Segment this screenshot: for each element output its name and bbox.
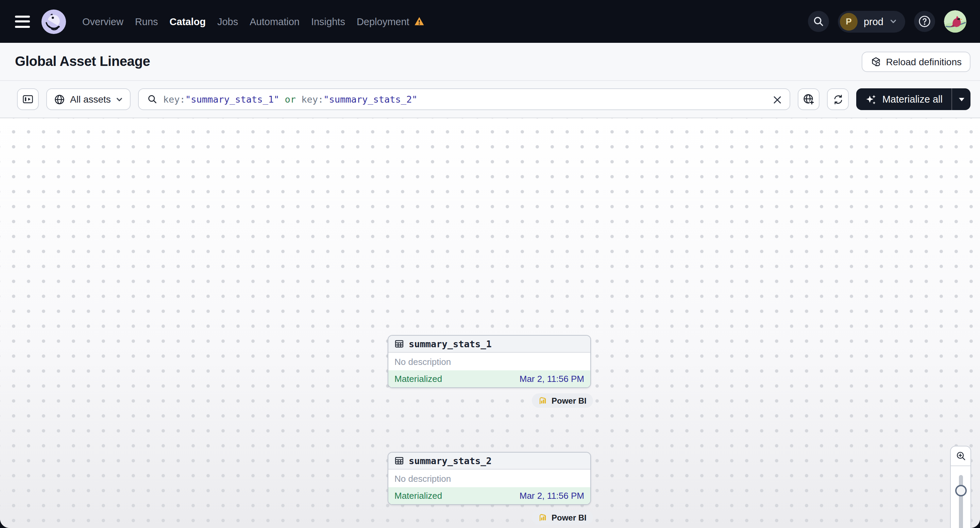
- reload-definitions-button[interactable]: Reload definitions: [861, 51, 970, 72]
- zoom-controls: [950, 446, 971, 528]
- refresh-graph-button[interactable]: [827, 88, 849, 110]
- deployment-switcher[interactable]: P prod: [838, 11, 905, 32]
- materialize-all-split-button: Materialize all: [857, 88, 970, 110]
- refresh-icon: [832, 94, 844, 105]
- nav-item-jobs[interactable]: Jobs: [217, 16, 238, 27]
- nav-item-deployment[interactable]: Deployment: [357, 16, 424, 27]
- materialize-all-label: Materialize all: [882, 94, 943, 105]
- clear-search-button[interactable]: [772, 94, 784, 106]
- asset-filter-label: All assets: [70, 94, 111, 105]
- search-token: key:: [301, 94, 323, 105]
- open-left-panel-button[interactable]: [17, 88, 39, 110]
- asset-name: summary_stats_2: [409, 455, 492, 466]
- lineage-canvas[interactable]: summary_stats_1 No description Materiali…: [0, 117, 980, 528]
- powerbi-icon: [539, 513, 547, 522]
- zoom-slider-track[interactable]: [959, 475, 963, 528]
- asset-description: No description: [388, 353, 590, 370]
- menu-icon[interactable]: [15, 15, 30, 27]
- search-token: key:: [163, 94, 185, 105]
- sparkles-icon: [865, 94, 877, 105]
- zoom-in-icon: [955, 450, 966, 461]
- asset-status-row: Materialized Mar 2, 11:56 PM: [388, 487, 590, 504]
- asset-node-header: summary_stats_2: [388, 453, 590, 469]
- chevron-down-icon: [116, 95, 123, 103]
- deployment-initial-badge: P: [840, 13, 858, 30]
- powerbi-icon: [539, 396, 547, 405]
- search-token: "summary_stats_1": [185, 94, 279, 105]
- status-badge: Materialized: [395, 491, 442, 501]
- asset-search-input[interactable]: key:"summary_stats_1" or key:"summary_st…: [138, 88, 791, 110]
- top-nav: Overview Runs Catalog Jobs Automation In…: [0, 0, 980, 43]
- nav-item-label: Deployment: [357, 16, 409, 27]
- materialize-options-button[interactable]: [951, 88, 970, 110]
- table-icon: [395, 456, 404, 466]
- table-icon: [395, 339, 404, 349]
- warning-icon: [414, 16, 424, 27]
- search-button[interactable]: [808, 11, 829, 32]
- powerbi-tag-label: Power BI: [552, 396, 587, 405]
- nav-item-automation[interactable]: Automation: [250, 16, 299, 27]
- nav-item-overview[interactable]: Overview: [82, 16, 123, 27]
- globe-plus-icon: [803, 93, 815, 105]
- nav-links: Overview Runs Catalog Jobs Automation In…: [82, 16, 424, 27]
- search-token: or: [279, 94, 301, 105]
- asset-name: summary_stats_1: [409, 338, 492, 349]
- deployment-name: prod: [864, 16, 883, 27]
- page-title: Global Asset Lineage: [15, 54, 150, 69]
- status-badge: Materialized: [395, 374, 442, 384]
- help-icon: [918, 15, 931, 28]
- nav-item-catalog[interactable]: Catalog: [170, 16, 206, 27]
- search-query-value: key:"summary_stats_1" or key:"summary_st…: [163, 94, 418, 105]
- chevron-down-icon: [889, 17, 897, 25]
- help-button[interactable]: [914, 11, 935, 32]
- user-avatar[interactable]: [944, 10, 966, 33]
- dagster-logo-icon[interactable]: [41, 8, 67, 34]
- powerbi-tag[interactable]: Power BI: [532, 511, 593, 525]
- materialization-timestamp[interactable]: Mar 2, 11:56 PM: [520, 374, 584, 384]
- open-in-new-tab-button[interactable]: [798, 88, 820, 110]
- asset-description: No description: [388, 469, 590, 487]
- reload-definitions-icon: [870, 56, 881, 67]
- search-icon: [813, 16, 824, 27]
- asset-node-header: summary_stats_1: [388, 336, 590, 353]
- powerbi-tag[interactable]: Power BI: [532, 393, 593, 408]
- asset-node-summary-stats-2[interactable]: summary_stats_2 No description Materiali…: [388, 452, 591, 505]
- globe-icon: [54, 94, 65, 105]
- zoom-in-button[interactable]: [951, 446, 970, 466]
- nav-item-runs[interactable]: Runs: [135, 16, 158, 27]
- dagster-app: Overview Runs Catalog Jobs Automation In…: [0, 0, 980, 528]
- zoom-slider[interactable]: [951, 466, 970, 528]
- materialize-all-button[interactable]: Materialize all: [857, 88, 951, 110]
- page-header: Global Asset Lineage Reload definitions: [0, 43, 980, 81]
- expand-panel-icon: [22, 93, 34, 105]
- nav-right-cluster: P prod: [808, 10, 966, 33]
- reload-definitions-label: Reload definitions: [886, 56, 962, 67]
- materialization-timestamp[interactable]: Mar 2, 11:56 PM: [520, 491, 584, 501]
- powerbi-tag-label: Power BI: [552, 513, 587, 522]
- asset-status-row: Materialized Mar 2, 11:56 PM: [388, 370, 590, 387]
- lineage-toolbar: All assets key:"summary_stats_1" or key:…: [0, 81, 980, 117]
- search-token: "summary_stats_2": [323, 94, 417, 105]
- zoom-slider-thumb[interactable]: [955, 485, 966, 496]
- caret-down-icon: [959, 98, 964, 101]
- asset-filter-dropdown[interactable]: All assets: [46, 88, 130, 110]
- nav-item-insights[interactable]: Insights: [311, 16, 345, 27]
- asset-node-summary-stats-1[interactable]: summary_stats_1 No description Materiali…: [388, 335, 591, 388]
- search-icon: [147, 94, 158, 105]
